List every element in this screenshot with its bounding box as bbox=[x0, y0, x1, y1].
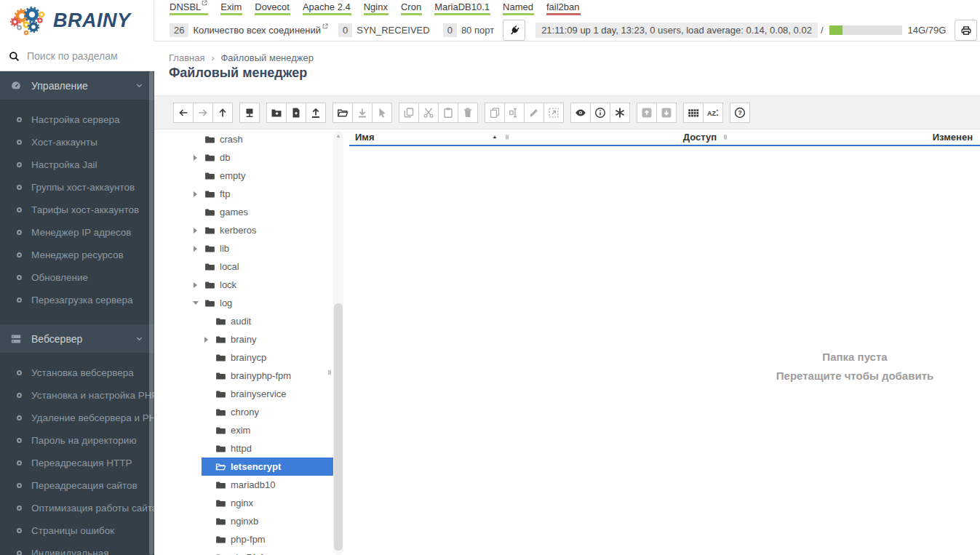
tree-item-nginx[interactable]: nginx bbox=[169, 494, 348, 512]
sidebar-item-[interactable]: Группы хост-аккаунтов bbox=[0, 176, 154, 199]
tree-item-brainy[interactable]: brainy bbox=[169, 330, 348, 348]
tree-item-php-fpm[interactable]: php-fpm bbox=[169, 530, 348, 548]
sidebar-item-[interactable]: Страницы ошибок bbox=[0, 519, 154, 542]
nav-link-nginx[interactable]: Nginx bbox=[364, 1, 389, 15]
download-button[interactable] bbox=[352, 103, 373, 123]
sidebar-item-[interactable]: Переадресация сайтов bbox=[0, 474, 154, 497]
expander-collapsed-icon[interactable] bbox=[191, 276, 200, 294]
sidebar-search-input[interactable] bbox=[27, 50, 143, 62]
scroll-up-icon[interactable] bbox=[335, 133, 342, 139]
preview-button[interactable] bbox=[570, 103, 591, 123]
cut-button[interactable] bbox=[418, 103, 439, 123]
tree-item-mariadb10[interactable]: mariadb10 bbox=[169, 476, 348, 494]
back-button[interactable] bbox=[173, 103, 194, 123]
column-header-[interactable]: Доступ bbox=[511, 129, 729, 145]
connections-link[interactable]: Количество всех соединений bbox=[193, 25, 328, 36]
tree-scrollbar[interactable] bbox=[333, 131, 343, 555]
tree-item-db[interactable]: db bbox=[169, 148, 348, 167]
tree-item-lib[interactable]: lib bbox=[169, 239, 348, 257]
sidebar-item-[interactable]: Обновление bbox=[0, 266, 154, 289]
sidebar-item-[interactable]: Менеджер ресурсов bbox=[0, 244, 154, 266]
sidebar-section--header[interactable]: Вебсервер bbox=[0, 324, 154, 353]
tree-item-log[interactable]: log bbox=[169, 294, 348, 312]
permissions-button[interactable] bbox=[610, 103, 630, 123]
tree-item-letsencrypt[interactable]: letsencrypt bbox=[169, 458, 348, 476]
forward-button[interactable] bbox=[193, 103, 213, 123]
info-button[interactable] bbox=[590, 103, 610, 123]
grid-view-button[interactable] bbox=[683, 103, 704, 123]
tree-item-brainyservice[interactable]: brainyservice bbox=[169, 385, 348, 403]
nav-link-dnsbl[interactable]: DNSBL bbox=[170, 1, 208, 15]
nav-link-dovecot[interactable]: Dovecot bbox=[255, 1, 290, 15]
nav-link-fail2ban[interactable]: fail2ban bbox=[546, 1, 581, 15]
panel-resize-grip[interactable] bbox=[326, 367, 333, 378]
select-pointer-button[interactable] bbox=[372, 103, 392, 123]
sidebar-item-jail[interactable]: Настройка Jail bbox=[0, 153, 154, 176]
decompress-button[interactable] bbox=[656, 103, 677, 123]
new-folder-button[interactable] bbox=[266, 103, 287, 123]
tree-item-nginxb[interactable]: nginxb bbox=[169, 512, 348, 530]
paste-button[interactable] bbox=[438, 103, 458, 123]
breadcrumb-home[interactable]: Главная bbox=[169, 52, 204, 63]
sidebar-item-[interactable]: Перезагрузка сервера bbox=[0, 289, 154, 311]
extract-button[interactable] bbox=[543, 103, 564, 123]
tree-item-brainycp[interactable]: brainycp bbox=[169, 348, 348, 367]
tree-item-chrony[interactable]: chrony bbox=[169, 403, 348, 421]
nav-link-mariadb10-1[interactable]: MariaDB10.1 bbox=[434, 1, 490, 15]
connections-plug-button[interactable] bbox=[503, 20, 525, 41]
sidebar-item-[interactable]: Оптимизация работы сайта bbox=[0, 497, 154, 519]
expander-collapsed-icon[interactable] bbox=[191, 185, 200, 203]
brainy-logo[interactable]: BRAINY bbox=[0, 0, 154, 41]
tree-item-crash[interactable]: crash bbox=[169, 130, 348, 148]
expander-collapsed-icon[interactable] bbox=[191, 239, 200, 257]
disk-report-button[interactable] bbox=[955, 20, 977, 41]
tree-item-exim[interactable]: exim bbox=[169, 421, 348, 439]
tree-item-empty[interactable]: empty bbox=[169, 167, 348, 185]
tree-item-local[interactable]: local bbox=[169, 257, 348, 276]
duplicate-button[interactable] bbox=[485, 103, 505, 123]
copy-button[interactable] bbox=[399, 103, 419, 123]
tree-item-games[interactable]: games bbox=[169, 203, 348, 221]
tree-item-php71-fpm[interactable]: php71-fpm bbox=[169, 548, 348, 555]
rename-button[interactable] bbox=[504, 103, 525, 123]
expander-collapsed-icon[interactable] bbox=[191, 221, 200, 239]
expander-collapsed-icon[interactable] bbox=[191, 148, 200, 167]
expander-collapsed-icon[interactable] bbox=[202, 330, 211, 348]
sidebar-item-php[interactable]: Установка и настройка PHP bbox=[0, 384, 154, 407]
sort-button[interactable]: AZ bbox=[703, 103, 723, 123]
help-button[interactable]: ? bbox=[730, 103, 750, 123]
network-folders-button[interactable] bbox=[239, 103, 260, 123]
open-folder-button[interactable] bbox=[332, 103, 353, 123]
sidebar-item-[interactable]: Настройка сервера bbox=[0, 108, 154, 131]
sidebar-section--header[interactable]: Управление bbox=[0, 71, 154, 100]
nav-link-named[interactable]: Named bbox=[503, 1, 534, 15]
upload-button[interactable] bbox=[306, 103, 326, 123]
edit-button[interactable] bbox=[524, 103, 544, 123]
sidebar-item-php[interactable]: Удаление вебсервера и PHP bbox=[0, 407, 154, 429]
tree-item-audit[interactable]: audit bbox=[169, 312, 348, 330]
nav-link-cron[interactable]: Cron bbox=[401, 1, 422, 15]
sidebar-item-[interactable]: Пароль на директорию bbox=[0, 429, 154, 452]
tree-item-ftp[interactable]: ftp bbox=[169, 185, 348, 203]
sidebar-item-[interactable]: Индивидуальная bbox=[0, 542, 154, 555]
sidebar-item-[interactable]: Установка вебсервера bbox=[0, 362, 154, 384]
nav-link-exim[interactable]: Exim bbox=[220, 1, 242, 15]
tree-item-brainyphp-fpm[interactable]: brainyphp-fpm bbox=[169, 367, 348, 385]
nav-link-apache-2-4[interactable]: Apache 2.4 bbox=[303, 1, 351, 15]
sidebar-item-[interactable]: Тарифы хост-аккаунтов bbox=[0, 199, 154, 221]
column-header-[interactable]: Имя bbox=[349, 129, 511, 145]
delete-button[interactable] bbox=[458, 103, 478, 123]
sidebar-item-http[interactable]: Переадресация HTTP bbox=[0, 452, 154, 474]
up-button[interactable] bbox=[212, 103, 233, 123]
tree-item-kerberos[interactable]: kerberos bbox=[169, 221, 348, 239]
tree-item-lock[interactable]: lock bbox=[169, 276, 348, 294]
tree-scrollbar-thumb[interactable] bbox=[334, 303, 343, 551]
new-file-button[interactable] bbox=[286, 103, 306, 123]
sidebar-scrollbar[interactable] bbox=[149, 71, 154, 555]
sidebar-item-[interactable]: Хост-аккаунты bbox=[0, 131, 154, 153]
tree-item-httpd[interactable]: httpd bbox=[169, 439, 348, 458]
compress-button[interactable] bbox=[637, 103, 657, 123]
column-header-[interactable]: Изменен bbox=[729, 129, 980, 145]
sidebar-item-ip[interactable]: Менеджер IP адресов bbox=[0, 221, 154, 244]
expander-expanded-icon[interactable] bbox=[191, 294, 200, 312]
